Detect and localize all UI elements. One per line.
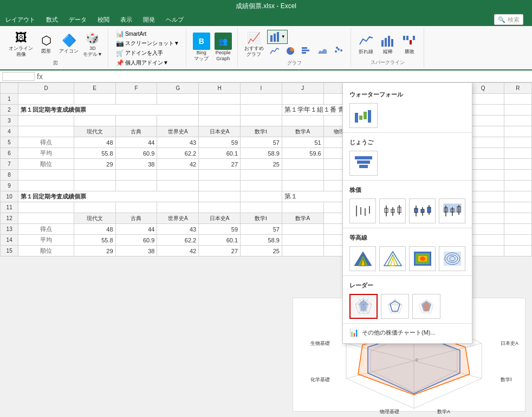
val2-heikin-gendai[interactable]: 55.8 (74, 235, 115, 246)
tab-data[interactable]: データ (63, 14, 92, 26)
val2-junni-sekaishi[interactable]: 42 (157, 246, 199, 256)
val-junni-suugakuA[interactable] (282, 159, 323, 170)
val2-tokuten-gendai[interactable]: 48 (74, 224, 115, 235)
cell-R5[interactable] (504, 137, 531, 148)
row-num-9[interactable]: 9 (1, 181, 18, 191)
cell-R7[interactable] (504, 159, 531, 170)
cell-G3[interactable] (157, 116, 199, 126)
my-addins-button[interactable]: 📌 個人用アドイン▼ (114, 59, 171, 67)
contour-chart-option-3[interactable] (409, 246, 436, 271)
stock-chart-option-1[interactable] (349, 198, 376, 223)
val-heikin-suugakuA[interactable]: 59.6 (282, 148, 323, 159)
row-num-4[interactable]: 4 (1, 126, 18, 137)
val-heikin-koten[interactable]: 60.9 (115, 148, 157, 159)
val-tokuten-suugakuA[interactable]: 51 (282, 137, 323, 148)
row-num-14[interactable]: 14 (1, 235, 18, 246)
online-image-button[interactable]: 🖼 オンライン画像 (8, 29, 34, 59)
row-num-3[interactable]: 3 (1, 116, 18, 126)
more-charts-link[interactable]: 📊 その他の株価チャート(M)... (343, 326, 472, 339)
cell-R1[interactable] (504, 94, 531, 105)
recommended-charts-button[interactable]: 📈 おすすめグラフ (243, 29, 265, 59)
tab-review[interactable]: 校閲 (92, 14, 115, 26)
cell-D1[interactable] (18, 94, 74, 105)
search-bar[interactable]: 🔍 検索 (494, 14, 523, 25)
row-num-15[interactable]: 15 (1, 246, 18, 256)
label-tokuten[interactable]: 得点 (18, 137, 74, 148)
name-box[interactable] (2, 72, 35, 81)
shapes-button[interactable]: ⬡ 図形 (36, 32, 56, 55)
cell-H1[interactable] (199, 94, 241, 105)
bar-chart-button[interactable] (299, 45, 314, 58)
cell-F3[interactable] (115, 116, 157, 126)
col-header-G[interactable]: G (157, 83, 199, 94)
val-heikin-gendai[interactable]: 55.8 (74, 148, 115, 159)
col-header-I[interactable]: I (241, 83, 282, 94)
label-tokuten-2[interactable]: 得点 (18, 224, 74, 235)
val2-heikin-nihonshi[interactable]: 60.1 (199, 235, 241, 246)
val2-junni-nihonshi[interactable]: 27 (199, 246, 241, 256)
smartart-button[interactable]: 📊 SmartArt (114, 29, 148, 38)
header2-nihonshi[interactable]: 日本史A (199, 213, 241, 224)
val-heikin-suugaku1[interactable]: 58.9 (241, 148, 282, 159)
row-num-12[interactable]: 12 (1, 213, 18, 224)
icons-button[interactable]: 🔷 アイコン (58, 32, 80, 55)
stock-chart-option-2[interactable] (379, 198, 406, 223)
header-suugakuA[interactable]: 数学A (282, 126, 323, 137)
header-koten[interactable]: 古典 (115, 126, 157, 137)
val2-junni-suugakuA[interactable] (282, 246, 323, 256)
pie-chart-button[interactable] (283, 45, 297, 58)
main-title-cell-2[interactable]: 第１回定期考査成績個票 (18, 191, 199, 202)
stock-chart-option-4[interactable] (439, 198, 465, 223)
cell-R3[interactable] (504, 116, 531, 126)
radar-chart-option-3[interactable] (412, 294, 440, 319)
val-tokuten-koten[interactable]: 44 (115, 137, 157, 148)
val2-junni-gendai[interactable]: 29 (74, 246, 115, 256)
val2-tokuten-suugaku1[interactable]: 57 (241, 224, 282, 235)
row-num-11[interactable]: 11 (1, 202, 18, 213)
contour-chart-option-4[interactable] (439, 246, 465, 271)
main-title-cell[interactable]: 第１回定期考査成績個票 (18, 105, 199, 116)
cell-D4[interactable] (18, 126, 74, 137)
contour-chart-option-1[interactable] (349, 246, 376, 271)
val-junni-suugaku1[interactable]: 25 (241, 159, 282, 170)
val-tokuten-gendai[interactable]: 48 (74, 137, 115, 148)
tab-help[interactable]: ヘルプ (160, 14, 189, 26)
header2-koten[interactable]: 古典 (115, 213, 157, 224)
row-num-13[interactable]: 13 (1, 224, 18, 235)
get-addins-button[interactable]: 🛒 アドインを入手 (114, 49, 165, 57)
row-num-8[interactable]: 8 (1, 170, 18, 181)
tab-formula[interactable]: 数式 (41, 14, 63, 26)
area-chart-button[interactable] (315, 45, 330, 58)
winloss-sparkline-button[interactable]: 勝敗 (400, 31, 419, 56)
header2-suugakuA[interactable]: 数学A (282, 213, 323, 224)
radar-chart-option-1[interactable] (349, 294, 378, 319)
cell-R4[interactable] (504, 126, 531, 137)
val-heikin-sekaishi[interactable]: 62.2 (157, 148, 199, 159)
cell-H3[interactable] (199, 116, 241, 126)
row-num-1[interactable]: 1 (1, 94, 18, 105)
cell-H2[interactable] (199, 105, 241, 116)
label-junni-2[interactable]: 順位 (18, 246, 74, 256)
insert-stat-chart-button[interactable]: ▼ (267, 30, 288, 44)
tab-dev[interactable]: 開発 (138, 14, 160, 26)
val2-tokuten-suugakuA[interactable] (282, 224, 323, 235)
cell-D3[interactable] (18, 116, 74, 126)
header-sekaishi[interactable]: 世界史A (157, 126, 199, 137)
label-junni[interactable]: 順位 (18, 159, 74, 170)
val2-junni-koten[interactable]: 38 (115, 246, 157, 256)
cell-G1[interactable] (157, 94, 199, 105)
waterfall-chart-option[interactable] (349, 103, 378, 128)
cell-E1[interactable] (74, 94, 115, 105)
val-tokuten-sekaishi[interactable]: 43 (157, 137, 199, 148)
cell-I1[interactable] (241, 94, 282, 105)
header-suugaku1[interactable]: 数学Ⅰ (241, 126, 282, 137)
row-num-10[interactable]: 10 (1, 191, 18, 202)
contour-chart-option-2[interactable] (379, 246, 406, 271)
row-num-7[interactable]: 7 (1, 159, 18, 170)
val2-tokuten-sekaishi[interactable]: 43 (157, 224, 199, 235)
cell-R2[interactable] (504, 105, 531, 116)
col-header-R[interactable]: R (504, 83, 531, 94)
cell-J1[interactable] (282, 94, 323, 105)
bing-maps-button[interactable]: B Bingマップ (192, 31, 211, 63)
val2-heikin-koten[interactable]: 60.9 (115, 235, 157, 246)
